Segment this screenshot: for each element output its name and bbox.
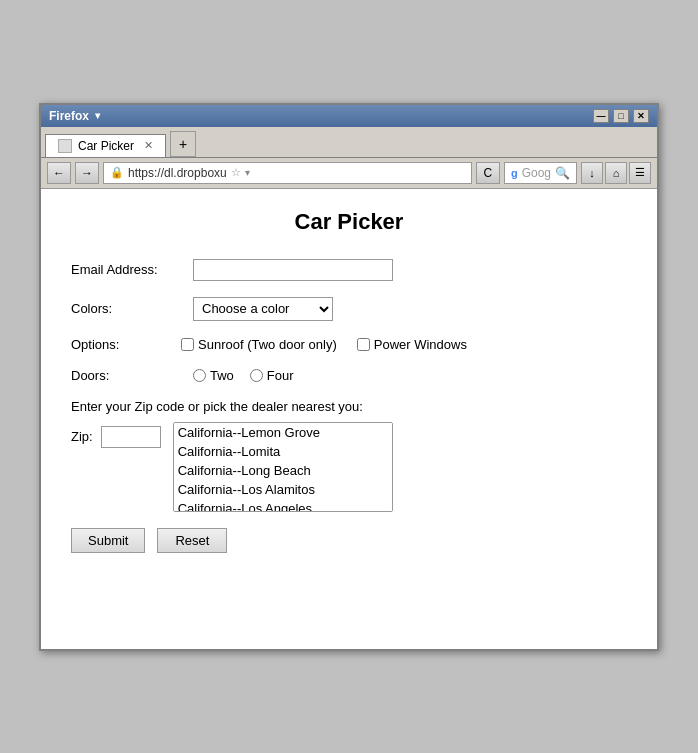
browser-title: Firefox — [49, 109, 89, 123]
color-select[interactable]: Choose a color Red Blue Green Black Whit… — [193, 297, 333, 321]
options-label: Options: — [71, 337, 181, 352]
address-text: https://dl.dropboxu — [128, 166, 227, 180]
active-tab[interactable]: Car Picker ✕ — [45, 134, 166, 157]
zip-content-row: Zip: California--Lemon Grove California-… — [71, 422, 627, 512]
power-windows-checkbox[interactable] — [357, 338, 370, 351]
nav-bar: ← → 🔒 https://dl.dropboxu ☆ ▾ C g Goog 🔍… — [41, 158, 657, 189]
tab-bar: Car Picker ✕ + — [41, 127, 657, 158]
page-content: Car Picker Email Address: Colors: Choose… — [41, 189, 657, 649]
dealer-lomita: California--Lomita — [174, 442, 392, 461]
tab-close-icon[interactable]: ✕ — [144, 139, 153, 152]
new-tab-button[interactable]: + — [170, 131, 196, 157]
power-windows-option[interactable]: Power Windows — [357, 337, 467, 352]
menu-button[interactable]: ☰ — [629, 162, 651, 184]
dealer-listbox[interactable]: California--Lemon Grove California--Lomi… — [173, 422, 393, 512]
colors-label: Colors: — [71, 301, 181, 316]
sunroof-label: Sunroof (Two door only) — [198, 337, 337, 352]
search-placeholder: Goog — [522, 166, 551, 180]
email-field[interactable] — [193, 259, 393, 281]
search-bar[interactable]: g Goog 🔍 — [504, 162, 577, 184]
nav-icons: ↓ ⌂ ☰ — [581, 162, 651, 184]
lock-icon: 🔒 — [110, 166, 124, 179]
zip-desc: Enter your Zip code or pick the dealer n… — [71, 399, 627, 414]
title-bar: Firefox ▾ — □ ✕ — [41, 105, 657, 127]
tab-favicon — [58, 139, 72, 153]
doors-label: Doors: — [71, 368, 181, 383]
door-four-label: Four — [267, 368, 294, 383]
forward-button[interactable]: → — [75, 162, 99, 184]
dealer-long-beach: California--Long Beach — [174, 461, 392, 480]
google-icon: g — [511, 167, 518, 179]
download-button[interactable]: ↓ — [581, 162, 603, 184]
zip-left: Zip: — [71, 422, 161, 448]
search-icon[interactable]: 🔍 — [555, 166, 570, 180]
title-bar-left: Firefox ▾ — [49, 109, 100, 123]
email-label: Email Address: — [71, 262, 181, 277]
page-title: Car Picker — [71, 209, 627, 235]
dealer-los-angeles: California--Los Angeles — [174, 499, 392, 512]
door-two-label: Two — [210, 368, 234, 383]
doors-row: Doors: Two Four — [71, 368, 627, 383]
door-four-option[interactable]: Four — [250, 368, 294, 383]
title-bar-dropdown-icon[interactable]: ▾ — [95, 110, 100, 121]
zip-input[interactable] — [101, 426, 161, 448]
title-bar-controls: — □ ✕ — [593, 109, 649, 123]
close-button[interactable]: ✕ — [633, 109, 649, 123]
address-bar[interactable]: 🔒 https://dl.dropboxu ☆ ▾ — [103, 162, 472, 184]
power-windows-label: Power Windows — [374, 337, 467, 352]
maximize-button[interactable]: □ — [613, 109, 629, 123]
email-row: Email Address: — [71, 259, 627, 281]
submit-button[interactable]: Submit — [71, 528, 145, 553]
address-dropdown-icon[interactable]: ▾ — [245, 167, 250, 178]
minimize-button[interactable]: — — [593, 109, 609, 123]
dealer-los-alamitos: California--Los Alamitos — [174, 480, 392, 499]
home-button[interactable]: ⌂ — [605, 162, 627, 184]
door-two-radio[interactable] — [193, 369, 206, 382]
browser-window: Firefox ▾ — □ ✕ Car Picker ✕ + ← → 🔒 htt… — [39, 103, 659, 651]
reset-button[interactable]: Reset — [157, 528, 227, 553]
zip-dealer-section: Enter your Zip code or pick the dealer n… — [71, 399, 627, 512]
options-row: Options: Sunroof (Two door only) Power W… — [71, 337, 627, 352]
door-two-option[interactable]: Two — [193, 368, 234, 383]
colors-row: Colors: Choose a color Red Blue Green Bl… — [71, 297, 627, 321]
checkbox-group: Sunroof (Two door only) Power Windows — [181, 337, 467, 352]
back-button[interactable]: ← — [47, 162, 71, 184]
sunroof-option[interactable]: Sunroof (Two door only) — [181, 337, 337, 352]
sunroof-checkbox[interactable] — [181, 338, 194, 351]
button-row: Submit Reset — [71, 528, 627, 553]
zip-label: Zip: — [71, 429, 93, 444]
dealer-lemon-grove: California--Lemon Grove — [174, 423, 392, 442]
door-four-radio[interactable] — [250, 369, 263, 382]
tab-label: Car Picker — [78, 139, 134, 153]
refresh-button[interactable]: C — [476, 162, 500, 184]
address-star-icon[interactable]: ☆ — [231, 166, 241, 179]
radio-group: Two Four — [193, 368, 294, 383]
